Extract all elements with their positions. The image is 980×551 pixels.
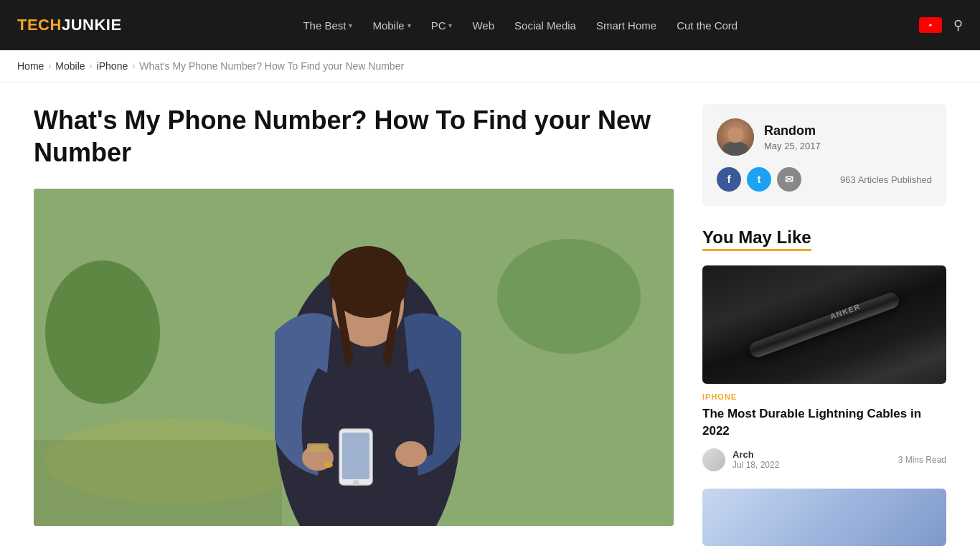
- svg-point-14: [324, 462, 333, 468]
- author-name: Random: [764, 123, 821, 138]
- facebook-button[interactable]: f: [717, 167, 741, 192]
- nav-cut-the-cord[interactable]: Cut the Cord: [677, 19, 738, 32]
- sidebar: Random May 25, 2017 f t ✉ 963 Articles P…: [702, 104, 946, 551]
- chevron-down-icon: ▾: [349, 22, 352, 29]
- related-title[interactable]: The Most Durable Lightning Cables in 202…: [702, 405, 946, 440]
- related-meta: Arch Jul 18, 2022 3 Mins Read: [702, 448, 946, 471]
- cable-shape: [748, 291, 901, 359]
- nav-pc[interactable]: PC ▾: [431, 19, 453, 32]
- logo-junkie: JUNKIE: [62, 16, 122, 34]
- author-card: Random May 25, 2017 f t ✉ 963 Articles P…: [702, 104, 946, 206]
- header-right: ⚲: [919, 17, 963, 33]
- chevron-down-icon: ▾: [407, 22, 411, 29]
- chevron-down-icon: ▾: [448, 22, 452, 29]
- you-may-like-section: You May Like ANKER IPHONE The Most Durab…: [702, 227, 946, 546]
- related-author-name: Arch: [732, 449, 779, 460]
- main-nav: The Best ▾ Mobile ▾ PC ▾ Web Social Medi…: [303, 19, 738, 32]
- site-header: TECHJUNKIE The Best ▾ Mobile ▾ PC ▾ Web …: [0, 0, 980, 50]
- main-layout: What's My Phone Number? How To Find your…: [17, 83, 963, 551]
- logo-tech: TECH: [17, 16, 62, 34]
- svg-point-4: [497, 239, 641, 354]
- breadcrumb-current: What's My Phone Number? How To Find your…: [139, 60, 404, 72]
- author-avatar: [717, 118, 754, 156]
- svg-point-13: [353, 480, 359, 486]
- article-featured-image: [34, 189, 674, 526]
- you-may-like-title: You May Like: [702, 227, 811, 251]
- svg-rect-2: [34, 440, 282, 526]
- article-area: What's My Phone Number? How To Find your…: [34, 104, 674, 551]
- svg-point-9: [395, 441, 427, 467]
- related-card-2-image: [702, 489, 946, 546]
- author-info: Random May 25, 2017: [764, 123, 821, 151]
- related-author-date: Jul 18, 2022: [732, 460, 779, 470]
- svg-rect-10: [307, 443, 329, 452]
- logo[interactable]: TECHJUNKIE: [17, 16, 122, 34]
- related-author: Arch Jul 18, 2022: [702, 448, 779, 471]
- breadcrumb-home[interactable]: Home: [17, 60, 44, 72]
- related-author-avatar: [702, 448, 725, 471]
- search-icon[interactable]: ⚲: [953, 17, 963, 33]
- nav-web[interactable]: Web: [472, 19, 494, 32]
- article-title: What's My Phone Number? How To Find your…: [34, 104, 651, 169]
- nav-smart-home[interactable]: Smart Home: [596, 19, 656, 32]
- articles-published: 963 Articles Published: [840, 174, 932, 185]
- svg-rect-12: [342, 433, 369, 479]
- breadcrumb-sep-3: ›: [132, 61, 135, 71]
- breadcrumb-iphone[interactable]: iPhone: [97, 60, 128, 72]
- twitter-button[interactable]: t: [747, 167, 771, 192]
- read-time: 3 Mins Read: [898, 455, 946, 465]
- nav-the-best[interactable]: The Best ▾: [303, 19, 352, 32]
- youtube-button[interactable]: [919, 17, 942, 33]
- breadcrumb: Home › Mobile › iPhone › What's My Phone…: [0, 50, 980, 83]
- author-social-icons: f t ✉: [717, 167, 801, 192]
- related-author-info: Arch Jul 18, 2022: [732, 449, 779, 470]
- related-card-image: ANKER: [702, 265, 946, 384]
- author-date: May 25, 2017: [764, 141, 821, 151]
- related-card-2: [702, 489, 946, 546]
- breadcrumb-mobile[interactable]: Mobile: [55, 60, 85, 72]
- breadcrumb-sep-2: ›: [90, 61, 93, 71]
- nav-mobile[interactable]: Mobile ▾: [372, 19, 410, 32]
- nav-social-media[interactable]: Social Media: [514, 19, 576, 32]
- related-card-1: ANKER IPHONE The Most Durable Lightning …: [702, 265, 946, 471]
- email-button[interactable]: ✉: [777, 167, 801, 192]
- svg-point-3: [45, 260, 160, 404]
- breadcrumb-sep-1: ›: [48, 61, 51, 71]
- related-category[interactable]: IPHONE: [702, 392, 946, 401]
